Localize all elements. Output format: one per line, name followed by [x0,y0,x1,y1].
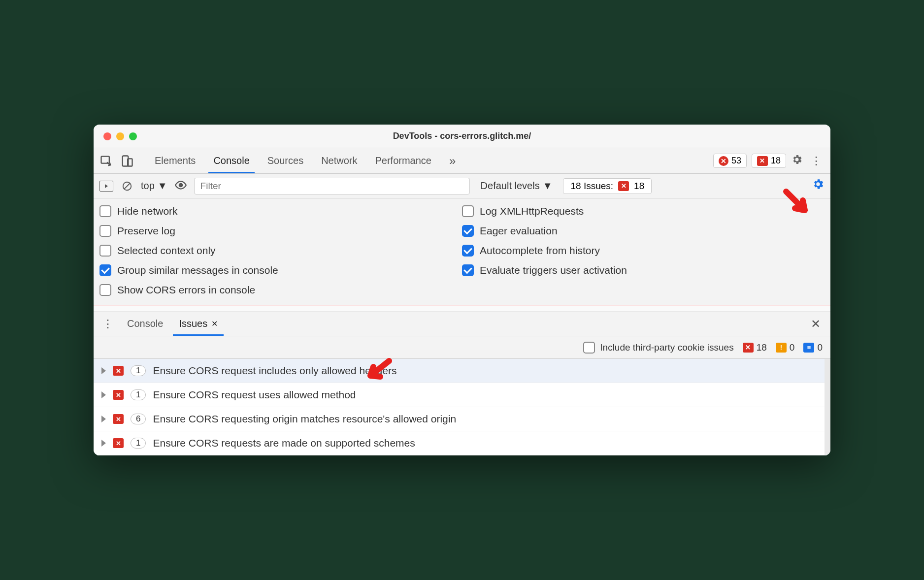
svg-rect-0 [101,156,109,163]
tab-performance[interactable]: Performance [366,148,441,173]
svg-line-4 [125,183,130,189]
error-icon: ✕ [719,156,728,166]
issue-error-icon: ✕ [113,414,124,424]
setting-selected-context-only[interactable]: Selected context only [99,245,462,257]
device-toolbar-icon[interactable] [120,154,134,168]
expand-triangle-icon [101,440,106,447]
drawer-kebab-icon[interactable]: ⋮ [99,318,116,330]
console-settings-icon[interactable] [812,178,825,194]
info-badge-icon: ≡ [803,343,814,353]
zoom-window-button[interactable] [129,132,137,140]
issue-error-icon: ✕ [113,438,124,448]
drawer-tab-console[interactable]: Console [119,312,171,336]
clear-console-icon[interactable] [120,179,134,193]
issue-row[interactable]: ✕6Ensure CORS requesting origin matches … [94,407,825,431]
checkbox-icon [99,245,111,257]
kebab-menu-icon[interactable]: ⋮ [808,155,825,167]
issue-count: 1 [131,438,146,449]
checkbox-icon [99,264,111,276]
expand-triangle-icon [101,416,106,422]
issue-row[interactable]: ✕1Ensure CORS request includes only allo… [94,359,825,383]
warning-badge-icon: ! [776,343,787,353]
console-settings-panel: Hide networkLog XMLHttpRequestsPreserve … [94,198,830,306]
issue-icon: ✕ [618,181,629,191]
issues-toolbar: Include third-party cookie issues ✕ 18 !… [94,336,830,359]
checkbox-icon [99,225,111,237]
log-levels-selector[interactable]: Default levels ▼ [477,180,557,192]
issue-list: ✕1Ensure CORS request includes only allo… [94,359,830,455]
issue-title: Ensure CORS requests are made on support… [153,437,415,449]
issue-row[interactable]: ✕1Ensure CORS requests are made on suppo… [94,431,825,455]
dropdown-triangle-icon: ▼ [158,180,167,192]
setting-hide-network[interactable]: Hide network [99,205,462,217]
settings-icon[interactable] [791,154,803,168]
live-expression-icon[interactable] [174,179,187,193]
issue-title: Ensure CORS request includes only allowe… [153,365,396,377]
levels-label: Default levels [481,180,540,192]
filter-input[interactable] [194,178,470,194]
setting-autocomplete-from-history[interactable]: Autocomplete from history [462,245,825,257]
window-title: DevTools - cors-errors.glitch.me/ [94,131,830,141]
setting-evaluate-triggers-user-activation[interactable]: Evaluate triggers user activation [462,264,825,276]
tab-elements[interactable]: Elements [146,148,204,173]
main-tabstrip: ElementsConsoleSourcesNetworkPerformance… [94,148,830,174]
tab-sources[interactable]: Sources [259,148,312,173]
more-tabs-icon[interactable]: » [443,154,462,168]
setting-preserve-log[interactable]: Preserve log [99,225,462,237]
issue-title: Ensure CORS requesting origin matches re… [153,413,456,425]
checkbox-icon [99,284,111,296]
message-icon: ✕ [757,156,768,166]
expand-triangle-icon [101,391,106,398]
context-label: top [141,180,155,192]
issues-label: 18 Issues: [570,181,613,192]
svg-point-5 [179,183,182,187]
traffic-lights [103,132,137,140]
issue-count: 1 [131,365,146,376]
context-selector[interactable]: top ▼ [141,180,167,192]
checkbox-icon [462,225,474,237]
issues-stat-info: ≡ 0 [803,342,823,353]
include-cookie-issues-checkbox[interactable]: Include third-party cookie issues [583,342,733,354]
inspect-element-icon[interactable] [99,154,113,168]
drawer-tab-issues[interactable]: Issues✕ [171,312,226,336]
setting-log-xmlhttprequests[interactable]: Log XMLHttpRequests [462,205,825,217]
issue-row[interactable]: ✕1Ensure CORS request uses allowed metho… [94,383,825,407]
tab-console[interactable]: Console [204,148,258,173]
issues-counter-button[interactable]: 18 Issues: ✕ 18 [563,178,652,194]
issue-count: 6 [131,414,146,424]
issue-title: Ensure CORS request uses allowed method [153,389,356,401]
close-tab-icon[interactable]: ✕ [211,319,218,328]
messages-count: 18 [771,156,781,166]
issues-stat-errors: ✕ 18 [743,342,767,353]
checkbox-icon [462,205,474,217]
close-window-button[interactable] [103,132,111,140]
drawer-tabstrip: ⋮ ConsoleIssues✕ ✕ [94,312,830,336]
setting-show-cors-errors-in-console[interactable]: Show CORS errors in console [99,284,462,296]
devtools-window: DevTools - cors-errors.glitch.me/ Elemen… [94,125,830,455]
issues-stat-warnings: ! 0 [776,342,795,353]
error-badge-icon: ✕ [743,343,754,353]
tab-network[interactable]: Network [312,148,366,173]
show-sidebar-icon[interactable] [99,181,113,192]
setting-group-similar-messages-in-console[interactable]: Group similar messages in console [99,264,462,276]
issue-error-icon: ✕ [113,366,124,376]
dropdown-triangle-icon: ▼ [543,180,553,192]
minimize-window-button[interactable] [116,132,124,140]
expand-triangle-icon [101,367,106,374]
console-toolbar: top ▼ Default levels ▼ 18 Issues: ✕ 18 [94,174,830,198]
panel-resizer[interactable] [94,306,830,312]
titlebar: DevTools - cors-errors.glitch.me/ [94,125,830,148]
issue-error-icon: ✕ [113,390,124,400]
close-drawer-icon[interactable]: ✕ [807,317,825,331]
setting-eager-evaluation[interactable]: Eager evaluation [462,225,825,237]
checkbox-icon [99,205,111,217]
issue-count: 1 [131,389,146,400]
checkbox-icon [462,245,474,257]
errors-count: 53 [731,156,741,166]
errors-count-badge[interactable]: ✕ 53 [713,154,747,168]
issues-red-count: 18 [634,181,644,192]
messages-count-badge[interactable]: ✕ 18 [752,154,786,168]
checkbox-icon [462,264,474,276]
